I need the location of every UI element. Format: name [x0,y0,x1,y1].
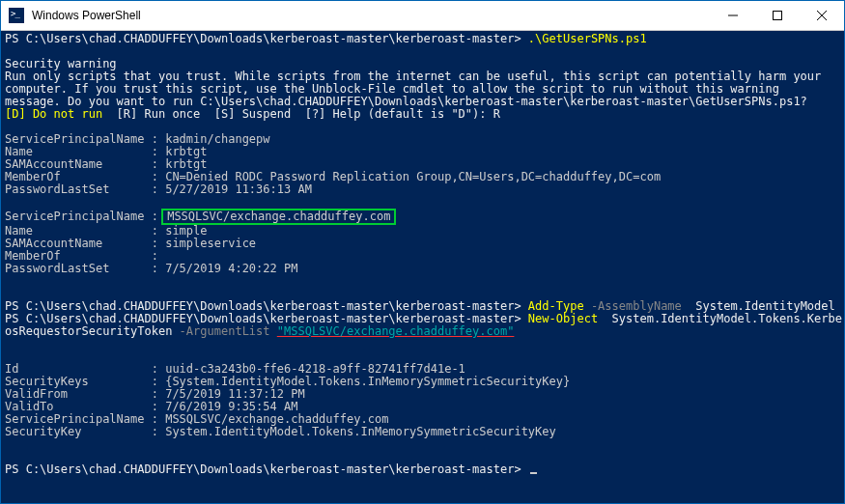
window-controls [711,1,844,30]
output-validfrom: ValidFrom : 7/5/2019 11:37:12 PM [5,387,305,401]
cmd-add-type-value: System.IdentityModel [689,299,835,313]
security-warning-body: Run only scripts that you trust. While s… [5,70,821,108]
cursor [530,472,537,474]
record-2-spn: ServicePrincipalName : MSSQLSVC/exchange… [5,210,396,223]
cmd-new-object-arg: -ArgumentList [172,324,276,338]
highlighted-spn: MSSQLSVC/exchange.chadduffey.com [161,209,396,225]
prompt-line: PS C:\Users\chad.CHADDUFFEY\Downloads\ke… [5,32,528,45]
record-1-sam: SAMAccountName : krbtgt [5,157,208,171]
terminal[interactable]: PS C:\Users\chad.CHADDUFFEY\Downloads\ke… [1,31,844,503]
output-securitykey: SecurityKey : System.IdentityModel.Token… [5,425,556,438]
record-2-memberof: MemberOf : [5,249,165,263]
maximize-button[interactable] [755,1,800,30]
prompt-line-2: PS C:\Users\chad.CHADDUFFEY\Downloads\ke… [5,299,528,313]
prompt-line-3: PS C:\Users\chad.CHADDUFFEY\Downloads\ke… [5,312,528,325]
svg-rect-1 [774,12,782,20]
cmd-add-type-param: -AssemblyName [584,299,689,313]
cmd-new-object-type: System.IdentityModel.Tokens.Kerber [598,312,844,325]
output-id: Id : uuid-c3a243b0-ffe6-4218-a9ff-82741f… [5,362,465,376]
record-2-sam: SAMAccountName : simpleservice [5,237,256,250]
output-validto: ValidTo : 7/6/2019 9:35:54 AM [5,400,297,413]
close-button[interactable] [800,1,844,30]
output-securitykeys: SecurityKeys : {System.IdentityModel.Tok… [5,375,570,388]
record-1-passwordlastset: PasswordLastSet : 5/27/2019 11:36:13 AM [5,182,312,196]
powershell-icon [9,8,24,23]
record-1-memberof: MemberOf : CN=Denied RODC Password Repli… [5,170,661,183]
cmd-new-object-wrap: osRequestorSecurityToken [5,324,172,338]
cmd-new-object-argval: "MSSQLSVC/exchange.chadduffey.com" [277,324,515,338]
record-2-name: Name : simple [5,224,208,238]
security-warning-choices: [D] Do not run [R] Run once [S] Suspend … [5,107,500,121]
powershell-window: Windows PowerShell PS C:\Users\chad.CHAD… [0,0,845,504]
titlebar[interactable]: Windows PowerShell [1,1,844,31]
record-1-name: Name : krbtgt [5,145,208,158]
record-1-spn: ServicePrincipalName : kadmin/changepw [5,132,270,146]
prompt-line-final: PS C:\Users\chad.CHADDUFFEY\Downloads\ke… [5,462,528,476]
record-2-passwordlastset: PasswordLastSet : 7/5/2019 4:20:22 PM [5,262,297,275]
minimize-button[interactable] [711,1,755,30]
security-warning-title: Security warning [5,57,117,70]
command-getuserspns: .\GetUserSPNs.ps1 [528,32,647,45]
cmd-add-type: Add-Type [528,299,584,313]
window-title: Windows PowerShell [32,9,711,22]
cmd-new-object: New-Object [528,312,598,325]
output-spn: ServicePrincipalName : MSSQLSVC/exchange… [5,412,388,426]
